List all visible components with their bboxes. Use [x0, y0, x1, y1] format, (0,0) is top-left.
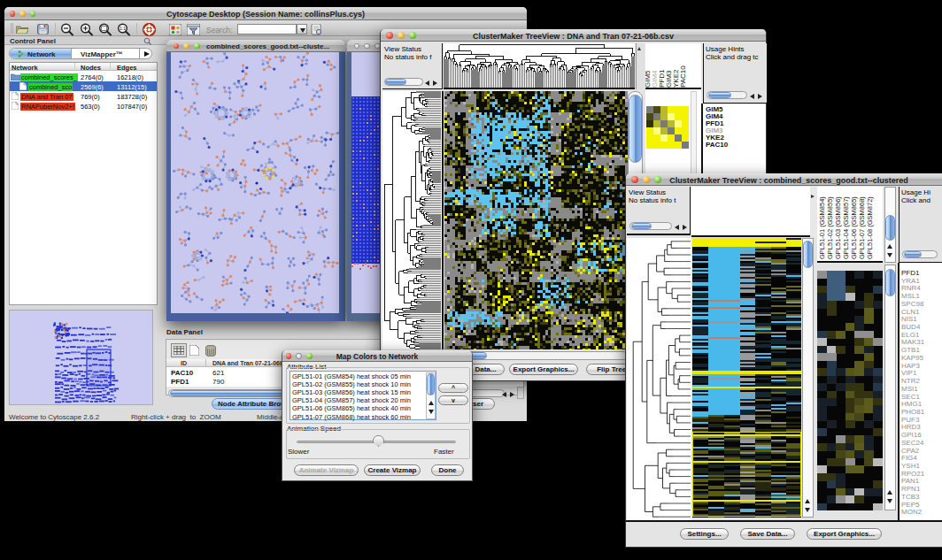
svg-text:GPL51-04 (GSM857): GPL51-04 (GSM857)	[842, 196, 850, 259]
svg-text:PAC10: PAC10	[679, 65, 687, 88]
svg-text:GPL51-06 (GSM865): GPL51-06 (GSM865)	[850, 196, 858, 259]
svg-text:GPL51-01 (GSM854): GPL51-01 (GSM854)	[818, 196, 826, 259]
svg-text:GPL51-03 (GSM856): GPL51-03 (GSM856)	[834, 196, 842, 259]
svg-text:1:1: 1:1	[120, 26, 126, 31]
svg-text:GPL51-02 (GSM855): GPL51-02 (GSM855)	[826, 196, 834, 259]
svg-text:GPL51-08 (GSM872): GPL51-08 (GSM872)	[866, 196, 874, 259]
svg-text:GPL51-07 (GSM868): GPL51-07 (GSM868)	[858, 196, 866, 259]
